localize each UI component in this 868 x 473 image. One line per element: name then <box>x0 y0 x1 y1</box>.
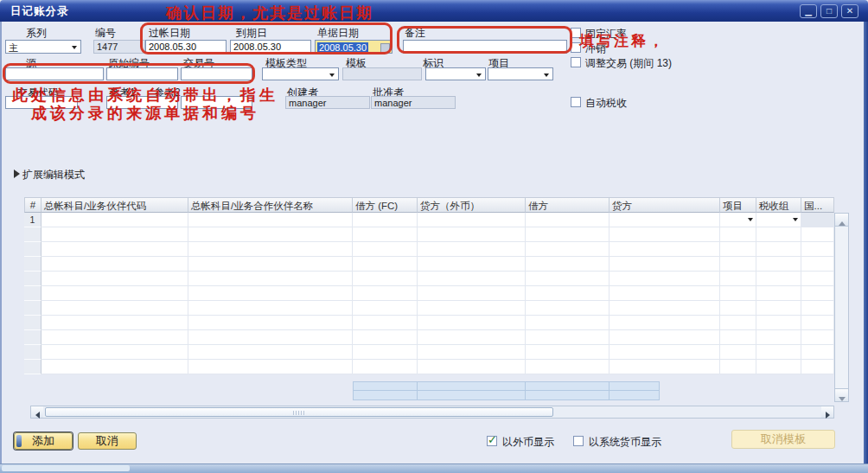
table-cell <box>41 286 188 301</box>
close-icon[interactable]: ✕ <box>841 4 858 18</box>
taxgroup-cell-dropdown-icon[interactable] <box>793 218 798 221</box>
table-cell <box>41 272 188 286</box>
table-cell <box>418 316 526 330</box>
totals-cell <box>353 381 418 391</box>
row-index-cell <box>24 242 41 257</box>
table-cell <box>353 360 418 374</box>
table-cell <box>720 242 756 257</box>
totals-cell <box>353 391 418 400</box>
table-cell <box>41 316 188 330</box>
scroll-up-icon[interactable] <box>835 214 848 227</box>
row-index-cell <box>24 272 41 286</box>
auto-tax-checkbox[interactable] <box>571 97 581 107</box>
scroll-left-icon[interactable] <box>31 406 43 418</box>
column-header: 项目 <box>720 197 756 213</box>
scrollbar-thumb[interactable] <box>45 407 553 417</box>
table-cell <box>756 345 801 360</box>
table-cell <box>526 360 610 374</box>
cancel-button[interactable]: 取消 <box>78 432 137 450</box>
table-cell <box>41 345 188 360</box>
table-cell <box>188 345 353 360</box>
table-cell <box>188 316 353 330</box>
table-cell <box>353 257 418 272</box>
cancel-template-button[interactable]: 取消模板 <box>731 430 835 449</box>
table-cell <box>610 345 720 360</box>
row-index-cell <box>24 301 41 316</box>
window-frame-left <box>0 22 2 463</box>
table-cell <box>353 345 418 360</box>
series-select[interactable]: 主 <box>5 40 81 54</box>
table-cell <box>756 227 801 242</box>
table-row <box>24 242 834 257</box>
number-field: 1477 <box>93 40 145 54</box>
table-cell[interactable] <box>610 213 720 227</box>
thumb-grip-icon <box>293 411 305 415</box>
window-title: 日记账分录 <box>10 4 69 19</box>
table-cell[interactable] <box>418 213 526 227</box>
table-cell <box>801 242 834 257</box>
column-header: 国... <box>801 197 834 213</box>
vertical-scrollbar[interactable] <box>834 213 849 402</box>
table-cell <box>610 286 720 301</box>
scroll-right-icon[interactable] <box>821 406 833 418</box>
table-cell <box>526 301 610 316</box>
default-button-indicator <box>16 435 22 447</box>
table-cell <box>418 272 526 286</box>
table-cell <box>801 272 834 286</box>
expanded-edit-mode-toggle[interactable]: 扩展编辑模式 <box>0 166 121 182</box>
table-cell <box>801 345 834 360</box>
adjust-transaction-checkbox[interactable] <box>571 57 581 67</box>
table-cell <box>526 257 610 272</box>
journal-entry-window: 日记账分录 ▁ □ ✕ 系列 编号 过帐日期 到期日 单据日期 备注 主 147… <box>0 0 868 473</box>
add-button[interactable]: 添加 <box>14 432 73 450</box>
project-select[interactable] <box>488 67 553 80</box>
table-cell[interactable] <box>353 213 418 227</box>
template-type-select[interactable] <box>262 67 339 80</box>
table-cell <box>720 272 756 286</box>
table-cell <box>418 360 526 374</box>
table-row <box>24 301 834 316</box>
table-cell[interactable] <box>756 213 801 227</box>
maximize-icon[interactable]: □ <box>820 4 838 18</box>
annotation-box-remarks <box>397 26 572 54</box>
table-cell <box>418 330 526 345</box>
fc-display-checkbox[interactable] <box>487 436 497 446</box>
title-bar[interactable]: 日记账分录 ▁ □ ✕ <box>0 0 868 22</box>
table-cell <box>756 301 801 316</box>
table-cell <box>720 360 756 374</box>
table-cell[interactable] <box>720 213 756 227</box>
table-cell <box>418 242 526 257</box>
totals-row <box>353 391 660 400</box>
annotation-auto-info-line2: 成该分录的来源单据和编号 <box>31 103 259 124</box>
table-cell <box>188 360 353 374</box>
minimize-icon[interactable]: ▁ <box>800 4 817 18</box>
totals-cell <box>418 381 526 391</box>
table-cell <box>720 286 756 301</box>
table-cell <box>188 257 353 272</box>
table-cell <box>353 316 418 330</box>
table-cell <box>41 301 188 316</box>
sc-display-label: 以系统货币显示 <box>589 435 661 450</box>
horizontal-scrollbar[interactable] <box>30 406 834 419</box>
column-header: 贷方 <box>610 197 720 213</box>
table-cell[interactable] <box>188 213 353 227</box>
project-cell-dropdown-icon[interactable] <box>748 218 753 221</box>
table-cell <box>756 330 801 345</box>
table-cell[interactable] <box>41 213 188 227</box>
table-cell[interactable] <box>801 213 834 227</box>
auto-tax-label: 自动税收 <box>585 96 627 111</box>
indicator-select[interactable] <box>425 67 486 80</box>
table-row[interactable]: 1 <box>24 213 834 227</box>
table-row <box>24 330 834 345</box>
table-cell <box>720 301 756 316</box>
totals-cell <box>418 391 526 400</box>
sc-display-checkbox[interactable] <box>573 436 584 446</box>
table-cell[interactable] <box>526 213 610 227</box>
scroll-down-icon[interactable] <box>835 388 848 401</box>
table-cell <box>353 301 418 316</box>
table-cell <box>353 242 418 257</box>
annotation-box-dates <box>140 22 393 54</box>
table-cell <box>41 360 188 374</box>
table-cell <box>418 345 526 360</box>
totals-cell <box>526 381 610 391</box>
